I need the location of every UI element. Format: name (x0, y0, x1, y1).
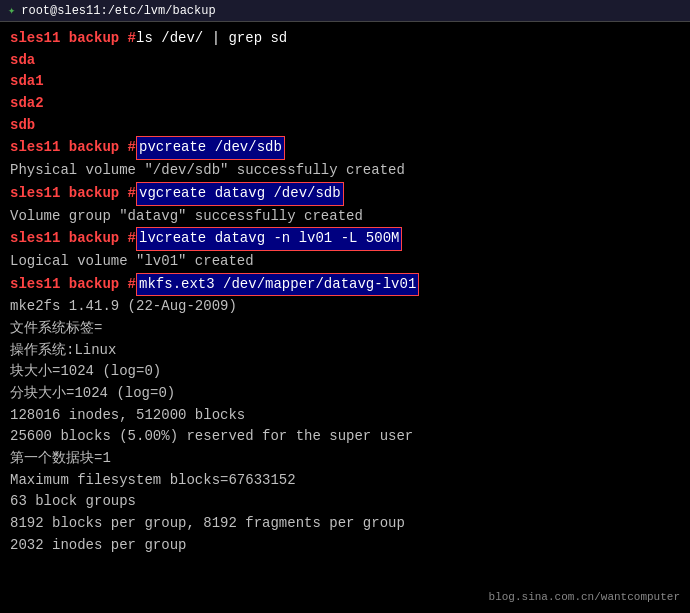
output-line: 分块大小=1024 (log=0) (10, 385, 175, 401)
terminal-line: Physical volume "/dev/sdb" successfully … (10, 160, 680, 182)
output-line: 25600 blocks (5.00%) reserved for the su… (10, 428, 413, 444)
terminal-line: 63 block groups (10, 491, 680, 513)
terminal-line: 2032 inodes per group (10, 535, 680, 557)
prompt: sles11 backup # (10, 274, 136, 296)
terminal-line: sles11 backup # mkfs.ext3 /dev/mapper/da… (10, 273, 680, 297)
output-line: 操作系统:Linux (10, 342, 116, 358)
device-name: sda1 (10, 73, 44, 89)
highlighted-command: lvcreate datavg -n lv01 -L 500M (136, 227, 402, 251)
output-line: 8192 blocks per group, 8192 fragments pe… (10, 515, 405, 531)
terminal-line: sles11 backup # vgcreate datavg /dev/sdb (10, 182, 680, 206)
output-line: Logical volume "lv01" created (10, 253, 254, 269)
terminal-line: sda (10, 50, 680, 72)
device-name: sdb (10, 117, 35, 133)
terminal-line: sdb (10, 115, 680, 137)
terminal-line: sles11 backup # lvcreate datavg -n lv01 … (10, 227, 680, 251)
terminal-line: Maximum filesystem blocks=67633152 (10, 470, 680, 492)
output-line: 63 block groups (10, 493, 136, 509)
terminal-body: sles11 backup # ls /dev/ | grep sdsdasda… (0, 22, 690, 613)
terminal-line: 25600 blocks (5.00%) reserved for the su… (10, 426, 680, 448)
output-line: 块大小=1024 (log=0) (10, 363, 161, 379)
terminal-line: Logical volume "lv01" created (10, 251, 680, 273)
prompt: sles11 backup # (10, 137, 136, 159)
watermark: blog.sina.com.cn/wantcomputer (489, 591, 680, 603)
terminal-line: sles11 backup # pvcreate /dev/sdb (10, 136, 680, 160)
terminal-line: 8192 blocks per group, 8192 fragments pe… (10, 513, 680, 535)
output-line: 第一个数据块=1 (10, 450, 111, 466)
terminal-line: 第一个数据块=1 (10, 448, 680, 470)
output-line: 128016 inodes, 512000 blocks (10, 407, 245, 423)
highlighted-command: pvcreate /dev/sdb (136, 136, 285, 160)
command-text: ls /dev/ | grep sd (136, 28, 287, 50)
output-line: Maximum filesystem blocks=67633152 (10, 472, 296, 488)
output-line: 文件系统标签= (10, 320, 102, 336)
terminal-icon: ✦ (8, 3, 15, 18)
terminal-line: sda1 (10, 71, 680, 93)
prompt: sles11 backup # (10, 183, 136, 205)
output-line: Physical volume "/dev/sdb" successfully … (10, 162, 405, 178)
title-bar: ✦ root@sles11:/etc/lvm/backup (0, 0, 690, 22)
title-text: root@sles11:/etc/lvm/backup (21, 4, 215, 18)
terminal-line: 文件系统标签= (10, 318, 680, 340)
highlighted-command: vgcreate datavg /dev/sdb (136, 182, 344, 206)
terminal-line: sles11 backup # ls /dev/ | grep sd (10, 28, 680, 50)
output-line: mke2fs 1.41.9 (22-Aug-2009) (10, 298, 237, 314)
terminal-line: 块大小=1024 (log=0) (10, 361, 680, 383)
terminal-line: 操作系统:Linux (10, 340, 680, 362)
highlighted-command: mkfs.ext3 /dev/mapper/datavg-lv01 (136, 273, 419, 297)
terminal-line: Volume group "datavg" successfully creat… (10, 206, 680, 228)
output-line: Volume group "datavg" successfully creat… (10, 208, 363, 224)
terminal-line: 分块大小=1024 (log=0) (10, 383, 680, 405)
terminal-line: 128016 inodes, 512000 blocks (10, 405, 680, 427)
device-name: sda (10, 52, 35, 68)
prompt: sles11 backup # (10, 28, 136, 50)
prompt: sles11 backup # (10, 228, 136, 250)
output-line: 2032 inodes per group (10, 537, 186, 553)
device-name: sda2 (10, 95, 44, 111)
terminal-line: mke2fs 1.41.9 (22-Aug-2009) (10, 296, 680, 318)
terminal-line: sda2 (10, 93, 680, 115)
